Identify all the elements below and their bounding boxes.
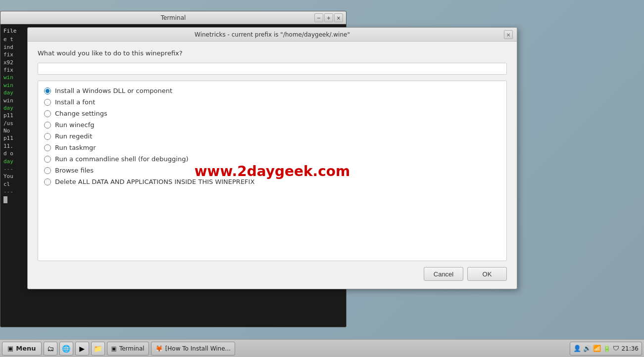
taskbar-files-icon[interactable]: 🗂 (44, 342, 57, 356)
radio-run-regedit[interactable] (44, 133, 51, 140)
taskbar-terminal-button[interactable]: ▣ Terminal (107, 342, 149, 356)
radio-option-8[interactable]: Browse files (44, 165, 500, 176)
files-icon: 🗂 (47, 345, 54, 353)
tray-volume-icon: 🔊 (583, 345, 591, 352)
taskbar-browser-button[interactable]: 🦊 [How To Install Wine... (151, 342, 235, 356)
radio-option-5[interactable]: Run regedit (44, 131, 500, 142)
radio-option-4[interactable]: Run winecfg (44, 119, 500, 131)
dialog-question: What would you like to do to this winepr… (38, 49, 507, 57)
radio-option-2[interactable]: Install a font (44, 96, 500, 108)
taskbar-terminal-label: Terminal (119, 345, 145, 352)
dialog-titlebar: Winetricks - current prefix is "/home/da… (28, 28, 517, 42)
taskbar-terminal-app-icon: ▣ (111, 345, 117, 352)
terminal-title: Terminal (161, 14, 186, 21)
tray-clock: 21:36 (621, 345, 639, 352)
cancel-button[interactable]: Cancel (424, 267, 463, 281)
radio-label-7: Run a commandline shell (for debugging) (55, 155, 189, 163)
menu-icon: ▣ (7, 345, 13, 352)
radio-run-taskmgr[interactable] (44, 144, 51, 151)
folder-icon: 📁 (94, 345, 102, 353)
tray-network-icon: 📶 (593, 345, 601, 352)
winetricks-dialog: Winetricks - current prefix is "/home/da… (27, 27, 517, 289)
dialog-body: What would you like to do to this winepr… (28, 42, 517, 289)
taskbar-browser-label: [How To Install Wine... (165, 345, 231, 352)
tray-shield-icon: 🛡 (613, 345, 619, 352)
dialog-close-button[interactable]: × (504, 30, 513, 39)
radio-label-9: Delete ALL DATA AND APPLICATIONS INSIDE … (55, 178, 254, 185)
progress-bar (38, 63, 507, 75)
taskbar-browser-app-icon: 🦊 (155, 345, 163, 352)
radio-delete-all[interactable] (44, 178, 51, 185)
radio-option-1[interactable]: Install a Windows DLL or component (44, 85, 500, 96)
options-container: www.2daygeek.com Install a Windows DLL o… (38, 81, 507, 261)
dialog-title: Winetricks - current prefix is "/home/da… (195, 31, 350, 38)
taskbar-menu-button[interactable]: ▣ Menu (2, 342, 42, 356)
dialog-buttons: Cancel OK (38, 261, 507, 281)
radio-browse-files[interactable] (44, 167, 51, 174)
browser-icon: 🌐 (62, 345, 70, 353)
radio-run-shell[interactable] (44, 156, 51, 163)
radio-option-9[interactable]: Delete ALL DATA AND APPLICATIONS INSIDE … (44, 176, 500, 187)
terminal-maximize-btn[interactable]: + (324, 13, 333, 22)
tray-battery-icon: 🔋 (603, 345, 611, 352)
radio-install-dll[interactable] (44, 88, 51, 94)
terminal-close-btn[interactable]: × (334, 13, 343, 22)
tray-user-icon: 👤 (573, 345, 581, 352)
taskbar-terminal-icon[interactable]: ▶ (75, 342, 89, 356)
radio-option-3[interactable]: Change settings (44, 108, 500, 119)
radio-run-winecfg[interactable] (44, 122, 51, 129)
radio-label-1: Install a Windows DLL or component (55, 87, 172, 94)
taskbar: ▣ Menu 🗂 🌐 ▶ 📁 ▣ Terminal 🦊 [How To Inst… (0, 339, 644, 357)
radio-option-7[interactable]: Run a commandline shell (for debugging) (44, 153, 500, 165)
menu-label: Menu (16, 345, 36, 352)
taskbar-folder-icon[interactable]: 📁 (91, 342, 105, 356)
radio-install-font[interactable] (44, 99, 51, 106)
radio-label-5: Run regedit (55, 133, 92, 140)
radio-label-2: Install a font (55, 98, 95, 106)
taskbar-browser-icon[interactable]: 🌐 (59, 342, 73, 356)
ok-button[interactable]: OK (467, 267, 507, 281)
terminal-minimize-btn[interactable]: − (314, 13, 323, 22)
terminal-icon: ▶ (79, 345, 85, 353)
radio-label-4: Run winecfg (55, 121, 95, 129)
radio-change-settings[interactable] (44, 110, 51, 117)
radio-option-6[interactable]: Run taskmgr (44, 142, 500, 153)
radio-label-3: Change settings (55, 110, 107, 117)
radio-label-8: Browse files (55, 167, 94, 174)
system-tray: 👤 🔊 📶 🔋 🛡 21:36 (570, 342, 642, 356)
terminal-titlebar: Terminal − + × (0, 11, 346, 24)
terminal-controls: − + × (314, 13, 343, 22)
radio-label-6: Run taskmgr (55, 144, 96, 151)
